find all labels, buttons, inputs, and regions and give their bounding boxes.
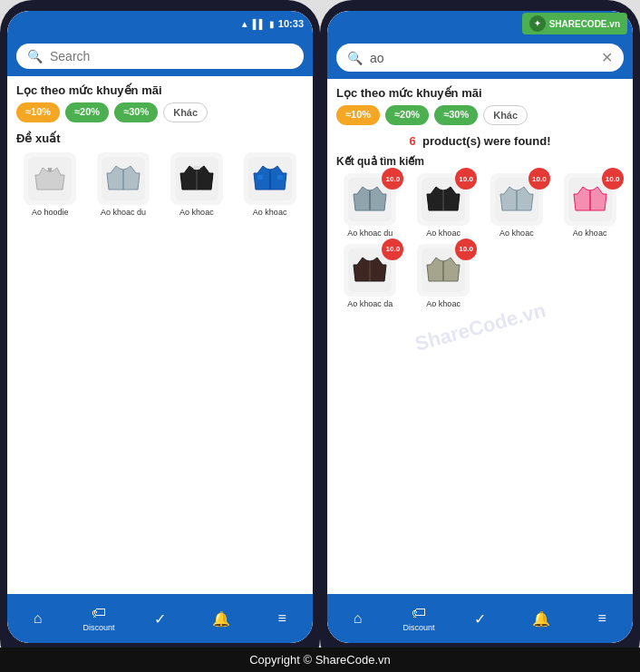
right-nav-bell[interactable]: 🔔	[523, 610, 559, 628]
right-product-4[interactable]: 10.0 Ao khoac	[556, 173, 624, 239]
left-nav-home[interactable]: ⌂	[20, 610, 56, 627]
right-bell-icon: 🔔	[532, 610, 550, 628]
screens-container: ✦ SHARECODE.vn ▲ ▌▌ ▮ 10:33 🔍	[0, 0, 640, 672]
jacket2-icon	[175, 157, 218, 200]
left-nav-check[interactable]: ✓	[141, 610, 178, 628]
badge-5: 10.0	[382, 239, 403, 260]
right-chip-20[interactable]: ≈20%	[385, 105, 429, 125]
ketqua-title: Kết quả tìm kiếm	[336, 155, 624, 168]
jacket1-icon	[102, 157, 145, 200]
left-menu-icon: ≡	[278, 610, 286, 627]
right-search-wrap[interactable]: 🔍 ✕	[336, 44, 624, 72]
right-bottom-nav: ⌂ 🏷 Discount ✓ 🔔 ≡	[327, 594, 633, 643]
left-filter-section: Lọc theo mức khuyến mãi ≈10% ≈20% ≈30% K…	[7, 76, 313, 126]
right-product-img-wrap-6: 10.0	[417, 244, 470, 297]
right-product-name-3: Ao khoac	[499, 229, 534, 239]
left-nav-discount[interactable]: 🏷 Discount	[81, 605, 117, 632]
right-check-icon: ✓	[474, 610, 486, 628]
badge-2: 10.0	[455, 168, 477, 190]
left-product-img-wrap-4	[244, 152, 296, 205]
left-nav-menu[interactable]: ≡	[264, 610, 300, 627]
battery-icon: ▮	[269, 19, 275, 29]
left-phone: ▲ ▌▌ ▮ 10:33 🔍 Lọc theo mức khuyến mãi ≈…	[0, 0, 320, 672]
left-suggestions-title: Đề xuất	[16, 131, 304, 145]
right-nav-check[interactable]: ✓	[461, 610, 498, 628]
right-product-2[interactable]: 10.0 Ao khoac	[410, 173, 478, 239]
badge-6: 10.0	[455, 239, 477, 260]
left-check-icon: ✓	[154, 610, 166, 628]
left-filter-title: Lọc theo mức khuyến mãi	[16, 83, 304, 97]
right-discount-icon: 🏷	[412, 605, 426, 621]
right-product-6[interactable]: 10.0 Ao khoac	[410, 244, 478, 309]
left-product-name-3: Ao khoac	[179, 208, 214, 218]
right-menu-icon: ≡	[598, 610, 606, 627]
hoodie-icon	[28, 157, 72, 200]
badge-1: 10.0	[382, 168, 403, 190]
left-content: Đề xuất Ao hood	[7, 126, 313, 594]
right-nav-discount[interactable]: 🏷 Discount	[401, 605, 437, 632]
results-title: 6 product(s) were found!	[336, 134, 624, 148]
signal-icon: ▌▌	[253, 19, 266, 29]
left-product-2[interactable]: Ao khoac du	[90, 152, 158, 218]
right-home-icon: ⌂	[354, 610, 363, 627]
left-nav-bell[interactable]: 🔔	[203, 610, 239, 628]
left-chip-10[interactable]: ≈10%	[16, 102, 60, 122]
left-discount-label: Discount	[83, 623, 115, 632]
left-home-icon: ⌂	[34, 610, 43, 627]
svg-rect-5	[193, 166, 200, 170]
right-phone: ▲ ▌▌ ▮ 10:33 🔍 ✕ Lọc theo mức khuyến mãi	[320, 0, 640, 672]
right-chip-other[interactable]: Khác	[483, 105, 528, 125]
right-product-img-wrap-5: 10.0	[344, 244, 396, 297]
right-product-grid: 10.0 Ao khoac du 10.0	[336, 173, 624, 309]
left-product-1[interactable]: Ao hoodie	[16, 152, 84, 218]
left-product-img-wrap-1	[24, 152, 76, 205]
left-product-name-1: Ao hoodie	[32, 208, 69, 218]
right-product-img-wrap-1: 10.0	[344, 173, 396, 226]
right-nav-menu[interactable]: ≡	[584, 610, 620, 627]
right-filter-title: Lọc theo mức khuyến mãi	[336, 86, 624, 100]
left-product-name-2: Ao khoac du	[101, 208, 146, 218]
left-chip-other[interactable]: Khác	[163, 102, 208, 122]
results-count: 6	[409, 134, 415, 148]
left-search-wrap[interactable]: 🔍	[16, 44, 304, 69]
left-status-bar: ▲ ▌▌ ▮ 10:33	[7, 11, 313, 36]
left-search-input[interactable]	[50, 49, 293, 63]
left-bottom-nav: ⌂ 🏷 Discount ✓ 🔔 ≡	[7, 594, 313, 643]
left-status-icons: ▲ ▌▌ ▮ 10:33	[240, 18, 304, 29]
left-search-bar: 🔍	[7, 36, 313, 76]
copyright-text: Copyright © ShareCode.vn	[249, 653, 391, 667]
right-screen: ▲ ▌▌ ▮ 10:33 🔍 ✕ Lọc theo mức khuyến mãi	[327, 11, 633, 643]
right-filter-chips: ≈10% ≈20% ≈30% Khác	[336, 105, 624, 125]
left-product-grid: Ao hoodie Ao khoac du	[16, 152, 304, 218]
right-nav-home[interactable]: ⌂	[340, 610, 376, 627]
right-product-name-5: Ao khoac da	[347, 299, 393, 309]
left-discount-icon: 🏷	[92, 605, 106, 621]
left-search-icon: 🔍	[27, 49, 43, 63]
right-product-img-wrap-2: 10.0	[417, 173, 470, 226]
right-search-input[interactable]	[370, 51, 594, 65]
right-product-5[interactable]: 10.0 Ao khoac da	[336, 244, 404, 309]
left-product-4[interactable]: Ao khoac	[236, 152, 304, 218]
jacket3-icon	[248, 157, 292, 200]
right-product-name-6: Ao khoac	[426, 299, 461, 309]
svg-rect-10	[277, 175, 283, 180]
right-product-1[interactable]: 10.0 Ao khoac du	[336, 173, 404, 239]
right-chip-10[interactable]: ≈10%	[336, 105, 380, 125]
sharecode-circle: ✦	[529, 15, 546, 32]
right-chip-30[interactable]: ≈30%	[434, 105, 478, 125]
left-product-img-wrap-3	[170, 152, 223, 205]
left-time: 10:33	[278, 18, 304, 29]
right-search-icon: 🔍	[347, 51, 363, 65]
copyright-bar: Copyright © ShareCode.vn	[0, 648, 640, 672]
left-chip-20[interactable]: ≈20%	[65, 102, 109, 122]
left-product-3[interactable]: Ao khoac	[163, 152, 231, 218]
left-screen: ▲ ▌▌ ▮ 10:33 🔍 Lọc theo mức khuyến mãi ≈…	[7, 11, 313, 643]
right-product-3[interactable]: 10.0 Ao khoac	[483, 173, 551, 239]
sharecode-badge: ✦ SHARECODE.vn	[522, 13, 627, 34]
right-product-img-wrap-4: 10.0	[564, 173, 616, 226]
left-product-img-wrap-2	[97, 152, 150, 205]
right-product-name-1: Ao khoac du	[347, 229, 393, 239]
svg-rect-9	[257, 175, 263, 180]
left-chip-30[interactable]: ≈30%	[114, 102, 158, 122]
clear-icon[interactable]: ✕	[601, 49, 613, 66]
